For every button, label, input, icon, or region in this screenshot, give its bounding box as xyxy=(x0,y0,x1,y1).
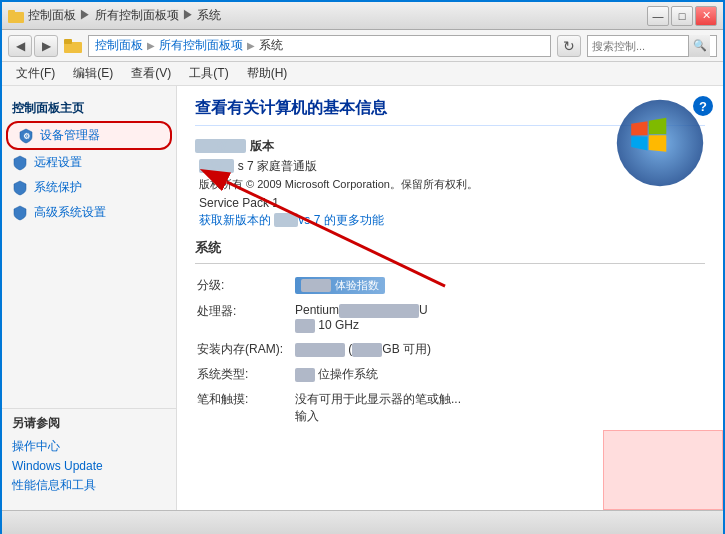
prop-label-pen-touch: 笔和触摸: xyxy=(197,388,287,428)
table-row: 分级: 体验指数 xyxy=(197,274,703,298)
breadcrumb-item-2[interactable]: 所有控制面板项 xyxy=(159,37,243,54)
maximize-button[interactable]: □ xyxy=(671,6,693,26)
ram-blurred xyxy=(295,343,345,357)
table-row: 安装内存(RAM): (GB 可用) xyxy=(197,338,703,361)
sidebar-item-remote[interactable]: 远程设置 xyxy=(2,150,176,175)
prop-label-system-type: 系统类型: xyxy=(197,363,287,386)
prop-value-pen-touch: 没有可用于此显示器的笔或触...输入 xyxy=(289,388,703,428)
sidebar-also-see: 另请参阅 操作中心 Windows Update 性能信息和工具 xyxy=(2,408,176,502)
properties-table: 分级: 体验指数 处理器: PentiumU 10 GHz xyxy=(195,272,705,430)
sidebar-item-advanced-label: 高级系统设置 xyxy=(34,204,106,221)
title-bar-left: 控制面板 ▶ 所有控制面板项 ▶ 系统 xyxy=(8,7,221,24)
folder-icon-small xyxy=(64,39,82,53)
menu-edit[interactable]: 编辑(E) xyxy=(65,63,121,84)
main-area: 控制面板主页 ⚙ 设备管理器 远程设置 xyxy=(2,86,723,510)
ram-available-blurred xyxy=(352,343,382,357)
forward-button[interactable]: ▶ xyxy=(34,35,58,57)
processor-blurred xyxy=(339,304,419,318)
svg-rect-3 xyxy=(64,39,72,44)
svg-text:⚙: ⚙ xyxy=(23,132,30,141)
sidebar-also-see-title: 另请参阅 xyxy=(12,415,166,432)
table-row: 系统类型: 位操作系统 xyxy=(197,363,703,386)
menu-tools[interactable]: 工具(T) xyxy=(181,63,236,84)
table-row: 笔和触摸: 没有可用于此显示器的笔或触...输入 xyxy=(197,388,703,428)
system-type-blurred xyxy=(295,368,315,382)
search-icon[interactable]: 🔍 xyxy=(688,35,710,57)
svg-marker-9 xyxy=(649,135,667,151)
prop-value-rating: 体验指数 xyxy=(289,274,703,298)
close-button[interactable]: ✕ xyxy=(695,6,717,26)
search-box[interactable]: 🔍 xyxy=(587,35,717,57)
menu-bar: 文件(F) 编辑(E) 查看(V) 工具(T) 帮助(H) xyxy=(2,62,723,86)
sidebar: 控制面板主页 ⚙ 设备管理器 远程设置 xyxy=(2,86,177,510)
shield-icon-advanced xyxy=(12,205,28,221)
shield-icon-protection xyxy=(12,180,28,196)
status-bar xyxy=(2,510,723,534)
refresh-button[interactable]: ↻ xyxy=(557,35,581,57)
cut-box xyxy=(603,430,723,510)
sidebar-item-protection[interactable]: 系统保护 xyxy=(2,175,176,200)
prop-value-ram: (GB 可用) xyxy=(289,338,703,361)
system-divider xyxy=(195,263,705,264)
breadcrumb-item-1[interactable]: 控制面板 xyxy=(95,37,143,54)
system-section: 系统 分级: 体验指数 处理器: xyxy=(195,239,705,430)
search-input[interactable] xyxy=(588,40,688,52)
prop-label-ram: 安装内存(RAM): xyxy=(197,338,287,361)
prop-label-rating: 分级: xyxy=(197,274,287,298)
help-icon[interactable]: ? xyxy=(693,96,713,116)
prop-value-system-type: 位操作系统 xyxy=(289,363,703,386)
processor-speed-blurred xyxy=(295,319,315,333)
sidebar-link-performance[interactable]: 性能信息和工具 xyxy=(12,475,166,496)
shield-icon-remote xyxy=(12,155,28,171)
sidebar-item-device-manager[interactable]: ⚙ 设备管理器 xyxy=(6,121,172,150)
minimize-button[interactable]: — xyxy=(647,6,669,26)
service-pack: Service Pack 1 xyxy=(195,196,705,210)
table-row: 处理器: PentiumU 10 GHz xyxy=(197,300,703,336)
sidebar-item-protection-label: 系统保护 xyxy=(34,179,82,196)
menu-view[interactable]: 查看(V) xyxy=(123,63,179,84)
sidebar-item-remote-label: 远程设置 xyxy=(34,154,82,171)
menu-file[interactable]: 文件(F) xyxy=(8,63,63,84)
folder-icon xyxy=(8,8,24,24)
window-container: 控制面板 ▶ 所有控制面板项 ▶ 系统 — □ ✕ ◀ ▶ 控制面板 ▶ 所有控… xyxy=(0,0,725,534)
svg-rect-1 xyxy=(8,10,15,14)
breadcrumb-item-3: 系统 xyxy=(259,37,283,54)
prop-label-processor: 处理器: xyxy=(197,300,287,336)
sidebar-title: 控制面板主页 xyxy=(2,94,176,121)
sidebar-item-advanced[interactable]: 高级系统设置 xyxy=(2,200,176,225)
title-bar: 控制面板 ▶ 所有控制面板项 ▶ 系统 — □ ✕ xyxy=(2,2,723,30)
address-bar: ◀ ▶ 控制面板 ▶ 所有控制面板项 ▶ 系统 ↻ 🔍 xyxy=(2,30,723,62)
address-breadcrumb[interactable]: 控制面板 ▶ 所有控制面板项 ▶ 系统 xyxy=(88,35,551,57)
sidebar-item-device-manager-label: 设备管理器 xyxy=(40,127,100,144)
nav-buttons: ◀ ▶ xyxy=(8,35,58,57)
title-bar-controls: — □ ✕ xyxy=(647,6,717,26)
shield-icon-device: ⚙ xyxy=(18,128,34,144)
sidebar-link-windows-update[interactable]: Windows Update xyxy=(12,457,166,475)
svg-marker-6 xyxy=(631,121,647,135)
get-more-link[interactable]: 获取新版本的 vs 7 的更多功能 xyxy=(195,212,705,229)
menu-help[interactable]: 帮助(H) xyxy=(239,63,296,84)
system-section-title: 系统 xyxy=(195,239,705,257)
back-button[interactable]: ◀ xyxy=(8,35,32,57)
windows-logo xyxy=(615,98,705,188)
rating-badge: 体验指数 xyxy=(295,277,385,294)
title-bar-breadcrumb: 控制面板 ▶ 所有控制面板项 ▶ 系统 xyxy=(28,7,221,24)
content-area: ? xyxy=(177,86,723,510)
rating-value xyxy=(301,279,331,292)
sidebar-link-action-center[interactable]: 操作中心 xyxy=(12,436,166,457)
prop-value-processor: PentiumU 10 GHz xyxy=(289,300,703,336)
